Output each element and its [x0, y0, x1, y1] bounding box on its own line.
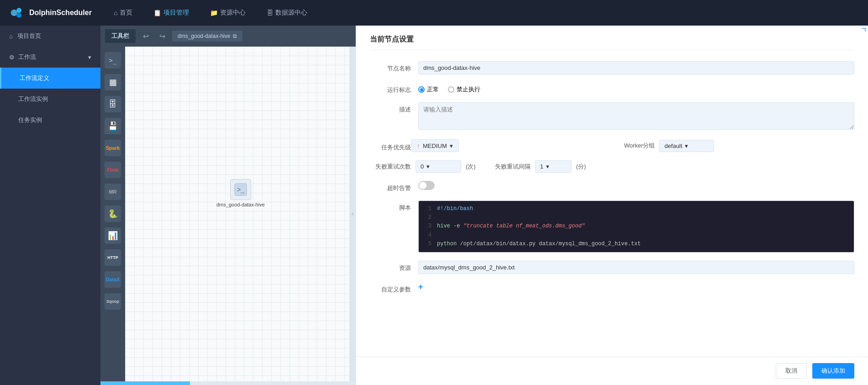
svg-point-2 — [16, 13, 21, 18]
sidebar-item-workflow-def[interactable]: 工作流定义 — [0, 68, 100, 89]
canvas-node[interactable]: >_ dms_good-datax-hive — [216, 179, 265, 207]
radio-normal[interactable]: 正常 — [418, 85, 439, 94]
cancel-button[interactable]: 取消 — [776, 363, 807, 379]
worker-group-value: default — [664, 142, 682, 149]
tool-python[interactable]: 🐍 — [103, 204, 123, 224]
retry-interval-select[interactable]: 1 ▾ — [535, 160, 572, 173]
nav-home[interactable]: ⌂ 首页 — [110, 7, 136, 19]
priority-group: ↑ MEDIUM ▾ — [411, 139, 606, 152]
tool-subprocess[interactable]: ▦ — [103, 72, 123, 92]
script-line-1: 1 #!/bin/bash — [422, 205, 850, 213]
nav-resource[interactable]: 📁 资源中心 — [206, 7, 249, 19]
priority-worker-row: 任务优先级 ↑ MEDIUM ▾ Worker分组 default ▾ — [370, 139, 854, 152]
toolbox: >_ ▦ 🗄 💾 Spark Flink — [100, 47, 125, 381]
logo: DolphinScheduler — [9, 5, 92, 21]
collapse-icon: ‹ — [352, 211, 353, 216]
node-name-field — [418, 61, 854, 74]
timeout-field — [418, 181, 854, 191]
sidebar-item-task-instance[interactable]: 任务实例 — [0, 110, 100, 131]
copy-icon[interactable]: ⧉ — [233, 33, 237, 39]
sidebar-item-workflow-instance[interactable]: 工作流实例 — [0, 89, 100, 110]
description-row: 描述 — [370, 102, 854, 131]
redo-button[interactable]: ↪ — [156, 30, 168, 42]
script-label: 脚本 — [370, 200, 411, 212]
description-input[interactable] — [418, 102, 854, 130]
tool-sql[interactable]: 💾 — [103, 116, 123, 136]
retry-interval-chevron: ▾ — [546, 163, 549, 170]
canvas-area[interactable]: >_ dms_good-datax-hive — [125, 47, 349, 381]
tool-http[interactable]: HTTP — [103, 248, 123, 268]
radio-disabled-circle — [448, 86, 454, 93]
script-row: 脚本 1 #!/bin/bash 2 3 hive -e "truncate t — [370, 200, 854, 253]
resource-input[interactable] — [418, 261, 854, 274]
collapse-handle[interactable]: ‹ — [349, 47, 356, 381]
tool-dependent[interactable]: 📊 — [103, 226, 123, 246]
home-icon: ⌂ — [9, 33, 13, 40]
tool-shell[interactable]: >_ — [103, 50, 123, 70]
app-name: DolphinScheduler — [29, 9, 92, 17]
workflow-area: 工具栏 ↩ ↪ dms_good-datax-hive ⧉ >_ ▦ — [100, 26, 356, 385]
radio-normal-circle — [418, 86, 425, 93]
progress-bar — [100, 381, 356, 385]
nav-datasource[interactable]: 🗄 数据源中心 — [263, 7, 311, 19]
resource-field — [418, 261, 854, 274]
run-flag-label: 运行标志 — [370, 83, 411, 94]
timeout-toggle[interactable] — [418, 181, 435, 190]
retry-interval-value: 1 — [540, 163, 543, 170]
radio-normal-label: 正常 — [427, 85, 439, 94]
retry-interval-label: 失败重试间隔 — [489, 163, 531, 171]
sidebar: ⌂ 项目首页 ⚙ 工作流 ▾ 工作流定义 工作流实例 任务实例 — [0, 26, 100, 385]
retry-count-chevron: ▾ — [426, 163, 430, 170]
undo-button[interactable]: ↩ — [139, 30, 152, 42]
script-editor[interactable]: 1 #!/bin/bash 2 3 hive -e "truncate tabl… — [418, 200, 854, 253]
nav-project[interactable]: 📋 项目管理 — [150, 7, 193, 19]
tool-datax[interactable]: DataX — [103, 269, 123, 290]
resource-label: 资源 — [370, 261, 411, 272]
toolbar-title: 工具栏 — [105, 29, 136, 43]
retry-row: 失败重试次数 0 ▾ (次) 失败重试间隔 1 ▾ (分) — [370, 160, 854, 173]
sidebar-item-workflow[interactable]: ⚙ 工作流 ▾ — [0, 47, 100, 68]
confirm-button[interactable]: 确认添加 — [812, 363, 854, 379]
node-label: dms_good-datax-hive — [216, 202, 265, 207]
resource-icon: 📁 — [210, 9, 218, 16]
logo-icon — [9, 5, 26, 21]
tool-procedure[interactable]: 🗄 — [103, 94, 123, 114]
sidebar-item-project-home[interactable]: ⌂ 项目首页 — [0, 26, 100, 47]
resize-handle[interactable] — [862, 28, 866, 32]
custom-params-field: + — [418, 282, 854, 292]
progress-fill — [100, 381, 190, 385]
tool-mr[interactable]: MR — [103, 182, 123, 202]
node-icon: >_ — [230, 179, 251, 200]
workflow-tab[interactable]: dms_good-datax-hive ⧉ — [172, 31, 242, 42]
priority-chevron: ▾ — [450, 142, 453, 149]
timeout-label: 超时告警 — [370, 181, 411, 192]
tool-spark[interactable]: Spark — [103, 138, 123, 158]
svg-point-0 — [11, 10, 17, 16]
tool-sqoop[interactable]: Sqoop — [103, 291, 123, 311]
worker-group-select[interactable]: default ▾ — [659, 140, 714, 152]
svg-text:>_: >_ — [237, 186, 244, 193]
priority-value: MEDIUM — [423, 142, 447, 149]
home-icon: ⌂ — [114, 9, 117, 16]
priority-label: 任务优先级 — [370, 140, 411, 152]
node-name-input[interactable] — [418, 61, 854, 74]
retry-count-label: 失败重试次数 — [370, 163, 411, 171]
tool-flink[interactable]: Flink — [103, 160, 123, 180]
priority-select[interactable]: ↑ MEDIUM ▾ — [411, 139, 459, 152]
chevron-down-icon: ▾ — [88, 54, 91, 61]
project-icon: 📋 — [153, 9, 161, 16]
retry-count-value: 0 — [421, 163, 424, 170]
radio-disabled[interactable]: 禁止执行 — [448, 85, 480, 94]
footer-spacer — [370, 302, 854, 329]
main-container: ⌂ 项目首页 ⚙ 工作流 ▾ 工作流定义 工作流实例 任务实例 工具栏 ↩ ↪ … — [0, 26, 868, 385]
add-param-button[interactable]: + — [418, 282, 423, 292]
svg-point-1 — [16, 8, 21, 13]
script-field: 1 #!/bin/bash 2 3 hive -e "truncate tabl… — [418, 200, 854, 253]
gear-icon: ⚙ — [9, 54, 15, 61]
resource-row: 资源 — [370, 261, 854, 274]
timeout-row: 超时告警 — [370, 181, 854, 192]
retry-count-select[interactable]: 0 ▾ — [416, 160, 461, 173]
right-panel: 当前节点设置 节点名称 运行标志 正常 禁止执行 — [356, 26, 868, 385]
worker-group-item: default ▾ — [659, 140, 854, 152]
custom-params-row: 自定义参数 + — [370, 282, 854, 294]
